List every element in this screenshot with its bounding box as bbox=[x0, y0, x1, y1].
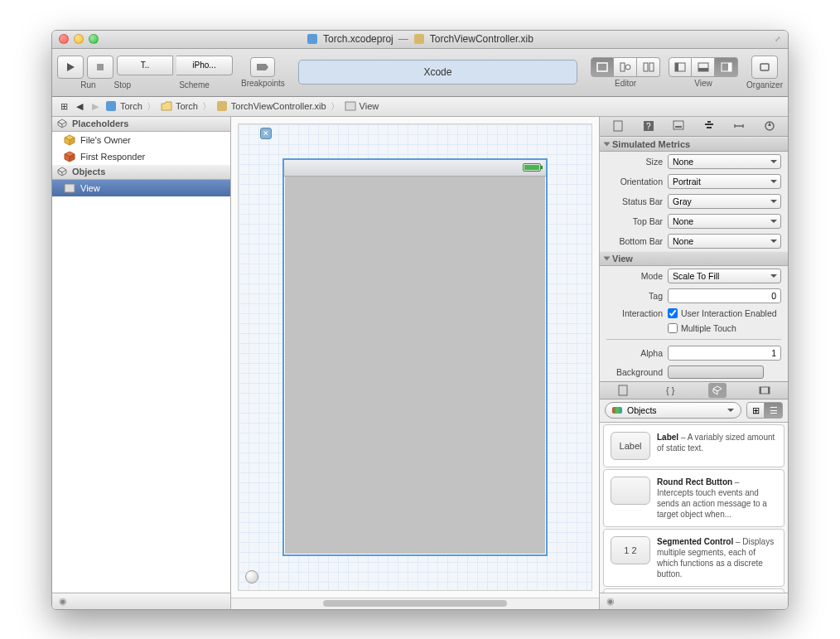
minimize-window-button[interactable] bbox=[74, 34, 84, 44]
canvas-area: ✕ bbox=[231, 117, 599, 609]
bottom-bar-select[interactable]: None bbox=[668, 234, 781, 249]
library-tabs: { } bbox=[600, 381, 788, 399]
view-object[interactable] bbox=[282, 158, 548, 556]
library-item-preview: 1 2 bbox=[611, 536, 650, 564]
size-select[interactable]: None bbox=[668, 154, 781, 169]
canvas[interactable]: ✕ bbox=[238, 123, 592, 591]
toggle-navigator-button[interactable] bbox=[669, 57, 692, 77]
back-button[interactable]: ◀ bbox=[73, 99, 86, 113]
size-label: Size bbox=[606, 157, 663, 167]
close-window-button[interactable] bbox=[59, 34, 69, 44]
library-item[interactable]: LabelLabel – A variably sized amount of … bbox=[603, 424, 784, 467]
file-inspector-tab[interactable] bbox=[609, 119, 627, 133]
horizontal-scrollbar[interactable] bbox=[231, 598, 599, 609]
orientation-select[interactable]: Portrait bbox=[668, 174, 781, 189]
placeholders-header: Placeholders bbox=[52, 117, 230, 132]
objects-header: Objects bbox=[52, 165, 230, 180]
standard-editor-button[interactable] bbox=[591, 57, 614, 77]
view-item[interactable]: View bbox=[52, 180, 230, 196]
cube-icon bbox=[57, 119, 67, 128]
scheme-target[interactable]: T.. bbox=[117, 56, 173, 75]
library-item[interactable]: Round Rect Button – Intercepts touch eve… bbox=[603, 469, 784, 527]
library-list[interactable]: LabelLabel – A variably sized amount of … bbox=[600, 423, 788, 593]
connections-inspector-tab[interactable] bbox=[760, 119, 779, 133]
inspector-tabs: ? bbox=[600, 117, 788, 137]
content-area: Placeholders File's Owner First Responde… bbox=[52, 117, 788, 609]
view-section-label: View bbox=[612, 254, 633, 264]
library-list-view-button[interactable]: ☰ bbox=[765, 402, 783, 419]
jumpbar-chevron-icon: 〉 bbox=[331, 100, 340, 113]
top-bar-select[interactable]: None bbox=[668, 214, 781, 229]
library-grid-view-button[interactable]: ⊞ bbox=[746, 402, 765, 419]
run-group: T.. iPho... Run Stop Scheme bbox=[57, 56, 233, 90]
object-library-tab[interactable] bbox=[708, 383, 727, 398]
breakpoints-label: Breakpoints bbox=[241, 79, 285, 88]
attributes-inspector-tab[interactable] bbox=[700, 119, 718, 133]
svg-rect-16 bbox=[760, 64, 769, 70]
quick-help-tab[interactable]: ? bbox=[640, 119, 658, 133]
organizer-button[interactable] bbox=[751, 56, 778, 79]
svg-rect-11 bbox=[675, 63, 678, 71]
stop-button[interactable] bbox=[87, 56, 113, 79]
first-responder-item[interactable]: First Responder bbox=[52, 148, 230, 165]
version-editor-button[interactable] bbox=[637, 57, 660, 77]
window-title: Torch.xcodeproj — TorchViewController.xi… bbox=[52, 33, 788, 45]
library-filter-icon[interactable]: ◉ bbox=[606, 596, 615, 607]
svg-rect-32 bbox=[760, 387, 761, 394]
library-scope-dropdown[interactable]: Objects bbox=[605, 402, 741, 419]
close-canvas-button[interactable]: ✕ bbox=[260, 128, 272, 139]
background-label: Background bbox=[606, 367, 663, 377]
outline-footer: ◉ bbox=[52, 593, 230, 609]
library-item[interactable]: 1 2Segmented Control – Displays multiple… bbox=[603, 529, 784, 587]
library-item-preview bbox=[611, 477, 650, 505]
jumpbar-view[interactable]: View bbox=[360, 101, 379, 111]
svg-rect-13 bbox=[698, 68, 708, 71]
files-owner-item[interactable]: File's Owner bbox=[52, 132, 230, 148]
size-inspector-tab[interactable] bbox=[730, 119, 748, 133]
user-interaction-checkbox[interactable]: User Interaction Enabled bbox=[668, 308, 777, 318]
project-icon bbox=[307, 33, 318, 45]
background-color-well[interactable] bbox=[668, 365, 764, 379]
scheme-destination[interactable]: iPho... bbox=[176, 56, 233, 75]
toolbar: T.. iPho... Run Stop Scheme Breakpoints … bbox=[52, 49, 788, 97]
svg-rect-15 bbox=[728, 63, 731, 71]
jumpbar-project[interactable]: Torch bbox=[120, 101, 142, 111]
svg-rect-21 bbox=[614, 121, 622, 131]
forward-button[interactable]: ▶ bbox=[89, 99, 102, 113]
zoom-window-button[interactable] bbox=[89, 34, 99, 44]
tag-input[interactable]: 0 bbox=[668, 288, 781, 303]
jumpbar-file[interactable]: TorchViewController.xib bbox=[231, 101, 326, 111]
related-items-button[interactable]: ⊞ bbox=[57, 99, 70, 113]
simulated-metrics-header[interactable]: Simulated Metrics bbox=[600, 137, 788, 152]
identity-inspector-tab[interactable] bbox=[669, 119, 688, 133]
code-snippet-library-tab[interactable]: { } bbox=[661, 383, 679, 398]
svg-marker-4 bbox=[257, 64, 268, 70]
jumpbar-folder[interactable]: Torch bbox=[176, 101, 198, 111]
status-bar-select[interactable]: Gray bbox=[668, 194, 781, 209]
mode-label: Mode bbox=[606, 271, 663, 281]
svg-marker-2 bbox=[67, 63, 75, 71]
media-library-tab[interactable] bbox=[756, 383, 774, 398]
toggle-debug-button[interactable] bbox=[692, 57, 715, 77]
svg-rect-25 bbox=[675, 126, 682, 128]
placeholders-label: Placeholders bbox=[72, 119, 128, 128]
svg-rect-19 bbox=[345, 102, 355, 110]
run-button[interactable] bbox=[57, 56, 84, 79]
file-template-library-tab[interactable] bbox=[614, 383, 632, 398]
svg-rect-27 bbox=[707, 127, 712, 128]
outline-filter-icon[interactable]: ◉ bbox=[59, 596, 67, 607]
cube-icon bbox=[57, 167, 67, 177]
breakpoints-button[interactable] bbox=[250, 57, 275, 77]
xib-icon bbox=[413, 33, 425, 45]
svg-rect-24 bbox=[673, 121, 683, 129]
assistant-editor-button[interactable] bbox=[614, 57, 637, 77]
document-knob[interactable] bbox=[245, 570, 258, 583]
mode-select[interactable]: Scale To Fill bbox=[668, 269, 781, 283]
toggle-utilities-button[interactable] bbox=[715, 57, 738, 77]
first-responder-icon bbox=[64, 151, 75, 162]
title-separator: — bbox=[398, 33, 408, 45]
alpha-input[interactable]: 1 bbox=[668, 346, 781, 361]
view-section-header[interactable]: View bbox=[600, 251, 788, 266]
svg-rect-18 bbox=[217, 101, 227, 111]
multiple-touch-checkbox[interactable]: Multiple Touch bbox=[668, 323, 736, 333]
